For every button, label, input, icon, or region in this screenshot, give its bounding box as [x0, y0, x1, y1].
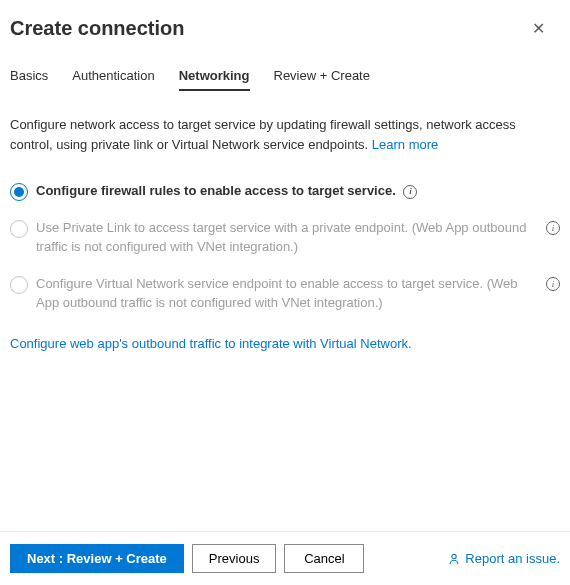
- tab-networking[interactable]: Networking: [179, 60, 250, 91]
- radio-selected-icon[interactable]: [10, 183, 28, 201]
- option-vnet-endpoint: Configure Virtual Network service endpoi…: [10, 275, 560, 313]
- radio-group: Configure firewall rules to enable acces…: [10, 182, 560, 312]
- configure-vnet-link[interactable]: Configure web app's outbound traffic to …: [10, 336, 560, 351]
- page-title: Create connection: [10, 17, 184, 40]
- tab-authentication[interactable]: Authentication: [72, 60, 154, 91]
- previous-button[interactable]: Previous: [192, 544, 277, 573]
- radio-disabled-icon: [10, 276, 28, 294]
- info-icon[interactable]: i: [546, 221, 560, 235]
- footer: Next : Review + Create Previous Cancel R…: [0, 531, 570, 585]
- description-text: Configure network access to target servi…: [10, 117, 516, 152]
- close-button[interactable]: ✕: [526, 16, 550, 40]
- close-icon: ✕: [532, 19, 545, 38]
- learn-more-link[interactable]: Learn more: [372, 137, 438, 152]
- feedback-icon: [447, 552, 461, 566]
- option-label: Configure firewall rules to enable acces…: [36, 182, 560, 201]
- option-label: Configure Virtual Network service endpoi…: [36, 275, 538, 313]
- info-icon[interactable]: i: [403, 185, 417, 199]
- panel-header: Create connection ✕: [0, 0, 570, 60]
- report-issue-link[interactable]: Report an issue.: [447, 551, 560, 566]
- option-label: Use Private Link to access target servic…: [36, 219, 538, 257]
- next-button[interactable]: Next : Review + Create: [10, 544, 184, 573]
- svg-point-0: [452, 554, 456, 558]
- option-label-text: Configure firewall rules to enable acces…: [36, 183, 396, 198]
- radio-disabled-icon: [10, 220, 28, 238]
- info-icon[interactable]: i: [546, 277, 560, 291]
- option-private-link: Use Private Link to access target servic…: [10, 219, 560, 257]
- tab-review-create[interactable]: Review + Create: [274, 60, 370, 91]
- tab-content: Configure network access to target servi…: [0, 115, 570, 531]
- option-firewall[interactable]: Configure firewall rules to enable acces…: [10, 182, 560, 201]
- description: Configure network access to target servi…: [10, 115, 560, 154]
- cancel-button[interactable]: Cancel: [284, 544, 364, 573]
- tab-basics[interactable]: Basics: [10, 60, 48, 91]
- report-issue-text: Report an issue.: [465, 551, 560, 566]
- tabs: Basics Authentication Networking Review …: [0, 60, 570, 91]
